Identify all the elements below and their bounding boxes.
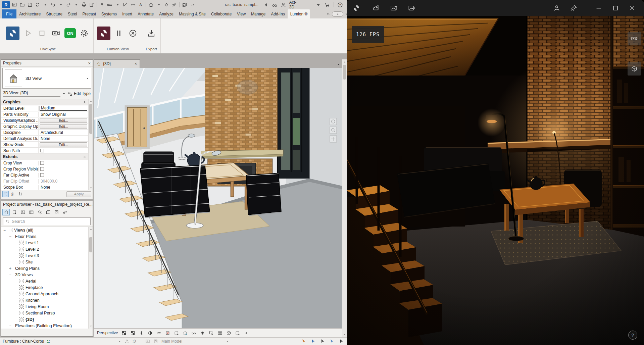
tree-item[interactable]: − 3D Views — [1, 272, 88, 278]
tree-expander[interactable]: − — [9, 234, 12, 239]
render-dialog-icon[interactable] — [156, 330, 162, 336]
ribbon-tab[interactable]: Collaborate — [208, 9, 234, 18]
photo-style-icon[interactable] — [390, 4, 398, 12]
navigation-bar[interactable] — [330, 118, 337, 142]
property-value[interactable] — [39, 148, 88, 153]
undo-dropdown-icon[interactable] — [57, 1, 64, 8]
lumion-view-panel-label[interactable]: Lumion View — [97, 45, 139, 53]
tree-item[interactable]: Living Room — [1, 303, 88, 310]
tree-expander[interactable]: + — [9, 266, 12, 271]
tree-item[interactable]: Aerial — [1, 278, 88, 284]
lumion-view-icon[interactable] — [97, 27, 110, 40]
browser-views-icon[interactable] — [2, 209, 10, 215]
maximize-button[interactable] — [611, 4, 620, 12]
browser-schedules-icon[interactable] — [28, 209, 35, 215]
start-livesync-icon[interactable] — [22, 28, 34, 39]
ribbon-state-toggle[interactable] — [332, 11, 343, 17]
tree-expander[interactable]: − — [9, 273, 12, 277]
insert-icon[interactable] — [88, 1, 95, 8]
property-value[interactable]: None — [39, 136, 88, 141]
collapse-left-icon[interactable] — [243, 330, 249, 336]
drawing-scrollbar[interactable] — [342, 59, 347, 337]
wireframe-mode-button[interactable] — [628, 62, 641, 76]
account-dropdown-icon[interactable] — [315, 1, 321, 8]
search-icon[interactable] — [271, 1, 278, 8]
select-links-icon[interactable] — [301, 339, 306, 344]
ribbon-tab[interactable]: File — [2, 9, 16, 18]
instance-selector[interactable]: 3D View: {3D} — [3, 91, 60, 97]
design-options-icon[interactable] — [153, 339, 158, 344]
view-list-dropdown-icon[interactable] — [337, 63, 342, 68]
sync-dropdown-icon[interactable] — [42, 1, 49, 8]
detail-level-icon[interactable] — [130, 330, 136, 336]
redo-icon[interactable] — [65, 1, 72, 8]
account-icon[interactable] — [552, 4, 561, 12]
revit-3d-canvas[interactable] — [94, 68, 342, 328]
tree-item[interactable]: Level 1 — [1, 240, 88, 246]
shadows-icon[interactable] — [147, 330, 153, 336]
select-underlay-icon[interactable] — [310, 339, 316, 344]
sort-az-icon[interactable] — [10, 191, 16, 197]
ribbon-tab[interactable]: Manage — [248, 9, 268, 18]
design-option-dropdown-icon[interactable] — [226, 340, 229, 343]
tree-expander[interactable]: − — [3, 228, 6, 233]
ribbon-tab[interactable]: View — [234, 9, 248, 18]
sort-default-icon[interactable] — [2, 191, 9, 197]
view-scale-label[interactable]: Perspective — [97, 331, 118, 335]
ribbon-tab[interactable]: Structure — [43, 9, 65, 18]
displacement-icon[interactable] — [217, 330, 223, 336]
sun-settings-icon[interactable] — [139, 330, 144, 336]
property-value[interactable]: None — [39, 184, 88, 190]
search-input[interactable] — [12, 219, 88, 224]
property-value[interactable]: Edit... — [39, 124, 88, 129]
minimize-button[interactable] — [594, 4, 603, 12]
livesync-on-toggle[interactable]: ON — [64, 28, 76, 38]
editable-only-icon[interactable] — [125, 339, 129, 344]
property-value[interactable]: Medium — [39, 105, 88, 111]
help-button[interactable]: ? — [628, 331, 637, 340]
close-button[interactable] — [628, 4, 637, 12]
cart-icon[interactable] — [324, 1, 330, 8]
pause-view-icon[interactable] — [113, 28, 125, 39]
ribbon-tab[interactable]: Massing & Site — [176, 9, 208, 18]
ribbon-tab[interactable]: Annotate — [135, 9, 156, 18]
browser-search-box[interactable] — [3, 217, 91, 225]
browser-sheets-icon[interactable] — [44, 209, 52, 215]
extents-section-header[interactable]: Extents — [1, 154, 88, 160]
status-dropdown-icon[interactable] — [118, 340, 121, 343]
title-back-icon[interactable] — [263, 1, 269, 8]
livesync-settings-icon[interactable] — [79, 28, 90, 39]
livesync-camera-icon[interactable] — [50, 28, 62, 39]
file-tabs-icon[interactable] — [11, 1, 18, 8]
property-value[interactable]: Architectural — [39, 130, 88, 135]
crop-region-icon[interactable] — [235, 330, 240, 336]
open-icon[interactable] — [19, 1, 26, 8]
tree-expander[interactable]: − — [9, 324, 12, 328]
account-icon[interactable] — [281, 1, 287, 8]
lumion-livesync-icon[interactable] — [6, 27, 19, 40]
view-marker-icon[interactable] — [163, 1, 170, 8]
tree-scrollbar[interactable] — [88, 227, 93, 329]
scale-icon[interactable] — [121, 330, 127, 336]
property-value[interactable]: Edit... — [39, 142, 88, 147]
hide-cameras-button[interactable] — [628, 32, 641, 45]
save-icon[interactable] — [27, 1, 33, 8]
property-value[interactable]: 304800.0 — [39, 178, 88, 184]
type-selector-dropdown-icon[interactable] — [86, 77, 89, 80]
ribbon-tab[interactable]: Insert — [119, 9, 135, 18]
properties-close-icon[interactable]: × — [88, 61, 91, 66]
collapse-section-icon[interactable] — [83, 155, 86, 158]
view-tab-close-icon[interactable]: × — [135, 61, 137, 66]
undo-icon[interactable] — [50, 1, 56, 8]
ribbon-tab[interactable]: Architecture — [16, 9, 43, 18]
worksets-icon[interactable] — [145, 339, 150, 344]
ribbon-tab[interactable]: Analyze — [156, 9, 176, 18]
pin-window-icon[interactable] — [569, 4, 578, 12]
dimension-icon[interactable] — [130, 1, 136, 8]
edit-type-button[interactable]: Edit Type — [67, 91, 91, 96]
browser-annotate-icon[interactable] — [36, 209, 43, 215]
text-icon[interactable] — [137, 1, 144, 8]
tree-item[interactable]: Sectional Persp — [1, 310, 88, 316]
tree-item[interactable]: − Floor Plans — [1, 233, 88, 240]
tree-item[interactable]: Ground Approach — [1, 291, 88, 297]
